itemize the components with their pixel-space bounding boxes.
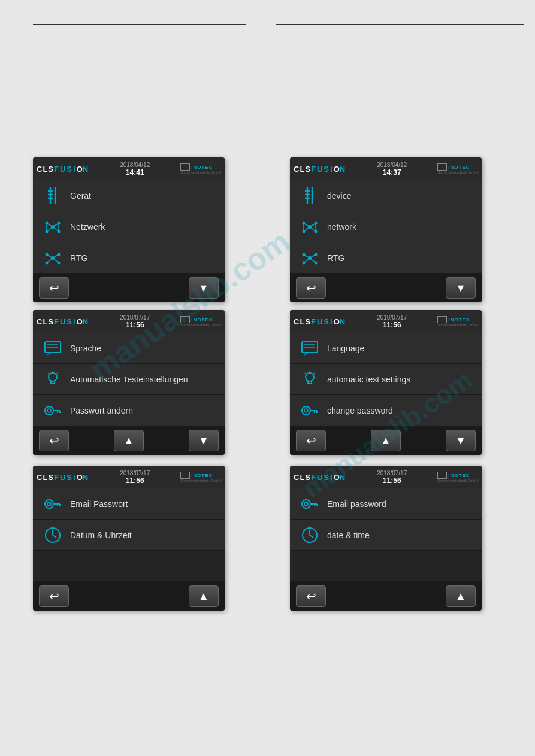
nav-down-button[interactable]: ▼ bbox=[189, 430, 219, 451]
menu-item-0[interactable]: Language bbox=[290, 333, 482, 364]
inotec-logo: INOTECSicherheitstechnik GmbH bbox=[437, 472, 478, 482]
menu-label-1: automatic test settings bbox=[327, 375, 410, 384]
key-icon bbox=[297, 398, 322, 423]
inotec-logo: INOTECSicherheitstechnik GmbH bbox=[437, 316, 478, 327]
screen-header: CLSFUSION2018/07/1711:56INOTECSicherheit… bbox=[33, 466, 225, 488]
inotec-logo: INOTECSicherheitstechnik GmbH bbox=[180, 472, 221, 482]
empty-slot-2 bbox=[33, 551, 225, 582]
nav-back-button[interactable]: ↩ bbox=[296, 585, 326, 607]
nav-down-button[interactable]: ▼ bbox=[446, 277, 476, 299]
inotec-logo: INOTECSicherheitstechnik GmbH bbox=[437, 163, 478, 174]
key-icon bbox=[297, 491, 322, 517]
svg-point-92 bbox=[302, 500, 310, 508]
menu-label-2: Passwort ändern bbox=[70, 406, 133, 415]
menu-label-2: change password bbox=[327, 406, 393, 415]
network-icon bbox=[40, 214, 65, 239]
nav-up-button[interactable]: ▲ bbox=[371, 430, 401, 451]
top-divider-left bbox=[33, 24, 246, 25]
clock-icon bbox=[40, 523, 65, 548]
menu-label-0: Gerät bbox=[70, 191, 91, 201]
menu-item-0[interactable]: Email Passwort bbox=[33, 488, 225, 520]
nav-up-button[interactable]: ▲ bbox=[189, 585, 219, 607]
menu-label-2: RTG bbox=[327, 253, 344, 263]
svg-line-38 bbox=[304, 227, 310, 232]
nav-bar: ↩▼ bbox=[33, 274, 225, 302]
top-divider-right bbox=[276, 24, 524, 25]
nav-back-button[interactable]: ↩ bbox=[296, 277, 326, 299]
screen-header: CLSFUSION2018/07/1711:56INOTECSicherheit… bbox=[290, 310, 482, 333]
nav-up-button[interactable]: ▲ bbox=[446, 585, 476, 607]
svg-line-13 bbox=[53, 227, 59, 232]
svg-line-11 bbox=[53, 223, 59, 227]
svg-point-72 bbox=[306, 373, 314, 381]
brand-logo: CLSFUSION bbox=[294, 472, 346, 482]
header-datetime: 2018/04/1214:37 bbox=[377, 162, 407, 177]
menu-item-0[interactable]: Email password bbox=[290, 488, 482, 520]
header-datetime: 2018/07/1711:56 bbox=[377, 470, 407, 485]
nav-bar: ↩▲▼ bbox=[290, 426, 482, 455]
inotec-logo: INOTECSicherheitstechnik GmbH bbox=[180, 316, 221, 327]
nav-up-button[interactable]: ▲ bbox=[114, 430, 144, 451]
nav-back-button[interactable]: ↩ bbox=[296, 430, 326, 451]
nav-back-button[interactable]: ↩ bbox=[39, 277, 69, 299]
wrench-icon bbox=[40, 183, 65, 208]
chat-icon bbox=[297, 336, 322, 361]
menu-item-0[interactable]: device bbox=[290, 180, 482, 211]
svg-point-63 bbox=[45, 406, 53, 415]
bulb-icon bbox=[297, 367, 322, 392]
svg-line-36 bbox=[304, 223, 310, 227]
network-icon bbox=[297, 214, 322, 239]
brand-logo: CLSFUSION bbox=[37, 316, 89, 327]
menu-item-1[interactable]: date & time bbox=[290, 520, 482, 551]
svg-line-61 bbox=[48, 373, 49, 374]
svg-line-48 bbox=[310, 254, 316, 258]
svg-line-49 bbox=[304, 258, 310, 263]
menu-label-1: date & time bbox=[327, 530, 370, 540]
menu-item-2[interactable]: RTG bbox=[33, 242, 225, 274]
menu-label-0: device bbox=[327, 191, 351, 201]
empty-slot-2 bbox=[290, 551, 482, 582]
svg-point-85 bbox=[47, 502, 51, 506]
menu-item-1[interactable]: Netzwerk bbox=[33, 211, 225, 242]
screen-de-2: CLSFUSION2018/07/1711:56INOTECSicherheit… bbox=[33, 310, 225, 455]
svg-line-23 bbox=[47, 258, 53, 263]
menu-item-2[interactable]: RTG bbox=[290, 242, 482, 274]
menu-label-1: Automatische Testeinstellungen bbox=[70, 375, 188, 384]
inotec-logo: INOTECSicherheitstechnik GmbH bbox=[180, 163, 221, 174]
svg-point-64 bbox=[47, 409, 51, 412]
nav-back-button[interactable]: ↩ bbox=[39, 585, 69, 607]
screen-de-1: CLSFUSION2018/04/1214:41INOTECSicherheit… bbox=[33, 157, 225, 302]
svg-point-79 bbox=[302, 406, 310, 415]
screen-header: CLSFUSION2018/07/1711:56INOTECSicherheit… bbox=[33, 310, 225, 333]
menu-item-1[interactable]: Automatische Testeinstellungen bbox=[33, 364, 225, 395]
menu-label-0: Language bbox=[327, 344, 364, 353]
screen-en-3: CLSFUSION2018/07/1711:56INOTECSicherheit… bbox=[290, 466, 482, 611]
menu-label-0: Sprache bbox=[70, 344, 101, 353]
bulb-icon bbox=[40, 367, 65, 392]
menu-item-2[interactable]: Passwort ändern bbox=[33, 395, 225, 426]
svg-point-84 bbox=[45, 500, 53, 508]
menu-item-1[interactable]: network bbox=[290, 211, 482, 242]
menu-item-2[interactable]: change password bbox=[290, 395, 482, 426]
nav-bar: ↩▼ bbox=[290, 274, 482, 302]
nav-down-button[interactable]: ▼ bbox=[189, 277, 219, 299]
nav-back-button[interactable]: ↩ bbox=[39, 430, 69, 451]
screen-de-3: CLSFUSION2018/07/1711:56INOTECSicherheit… bbox=[33, 466, 225, 611]
header-datetime: 2018/04/1214:41 bbox=[120, 162, 150, 177]
screen-header: CLSFUSION2018/04/1214:37INOTECSicherheit… bbox=[290, 157, 482, 180]
menu-item-1[interactable]: Datum & Uhrzeit bbox=[33, 520, 225, 551]
menu-item-0[interactable]: Sprache bbox=[33, 333, 225, 364]
svg-line-22 bbox=[53, 254, 59, 258]
svg-line-62 bbox=[57, 373, 58, 374]
menu-label-0: Email Passwort bbox=[70, 499, 128, 509]
nav-down-button[interactable]: ▼ bbox=[446, 430, 476, 451]
header-datetime: 2018/07/1711:56 bbox=[120, 314, 150, 329]
menu-item-0[interactable]: Gerät bbox=[33, 180, 225, 211]
svg-line-39 bbox=[310, 227, 316, 232]
screen-header: CLSFUSION2018/04/1214:41INOTECSicherheit… bbox=[33, 157, 225, 180]
screen-en-1: CLSFUSION2018/04/1214:37INOTECSicherheit… bbox=[290, 157, 482, 302]
svg-line-10 bbox=[47, 223, 53, 227]
header-datetime: 2018/07/1711:56 bbox=[120, 470, 150, 485]
menu-item-1[interactable]: automatic test settings bbox=[290, 364, 482, 395]
wrench-icon bbox=[297, 183, 322, 208]
